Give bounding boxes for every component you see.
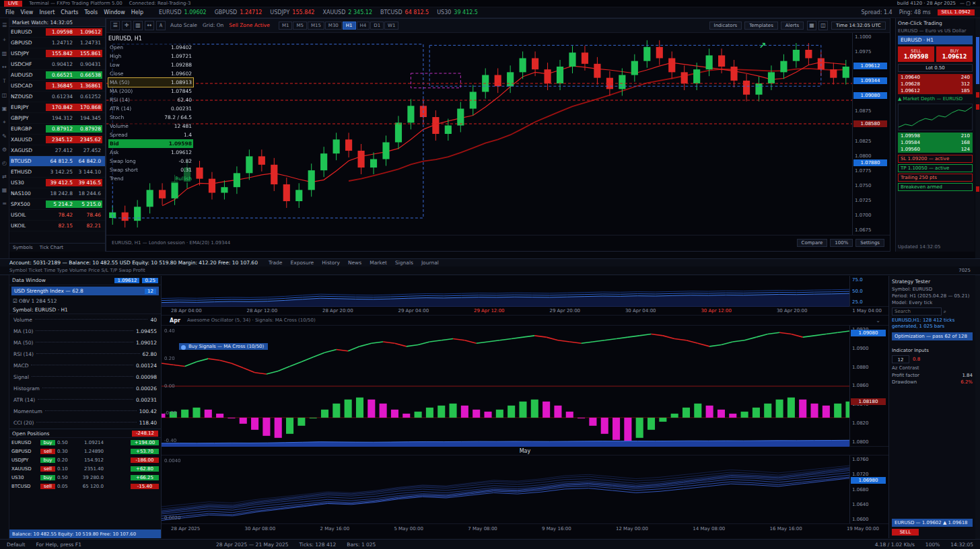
window-controls[interactable]: build 4120 · 28 Apr 2025 — ▢ ✕ [897, 1, 976, 6]
obv-toggle-row[interactable]: ☑ OBV 1 284 512 [9, 297, 161, 305]
tick-sparkline[interactable] [899, 104, 972, 130]
rail-icon[interactable]: ⇄ [2, 174, 7, 180]
ma-ribbon-chart[interactable] [162, 455, 849, 524]
ask-depth-row[interactable]: 1.09628 312 [898, 81, 973, 87]
terminal-tab[interactable]: History [322, 260, 340, 266]
search-icon[interactable]: ⌕ [944, 309, 946, 314]
toolbar-label[interactable]: Grid: On [203, 22, 223, 28]
market-watch-row[interactable]: NAS100 18 242.8 18 244.6 [9, 188, 105, 199]
collapse-chevron-icon[interactable]: ⌄ [876, 318, 880, 324]
rail-icon[interactable]: ≡ [2, 200, 7, 207]
order-alert-row[interactable]: TP 1.10050 — active [898, 164, 973, 172]
terminal-tab[interactable]: News [348, 260, 361, 266]
timeframe-button[interactable]: H4 [357, 22, 370, 30]
toolbar-icon[interactable]: Ａ [156, 21, 166, 30]
chart-action-button[interactable]: Templates [744, 22, 778, 30]
chart-right-icon[interactable]: ▦ [807, 21, 816, 30]
chart-footer-button[interactable]: 100% [830, 239, 853, 247]
rail-icon[interactable]: ▣ [2, 106, 7, 112]
usd-strength-row[interactable]: USD Strength Index — 62.8 12 [11, 287, 159, 295]
market-watch-tab[interactable]: Tick Chart [40, 245, 63, 250]
window-buttons[interactable]: — ▢ ✕ [960, 1, 976, 6]
order-alert-row[interactable]: Trailing 250 pts [898, 174, 973, 182]
market-watch-row[interactable]: SPX500 5 214.2 5 215.0 [9, 199, 105, 210]
chart-right-icon[interactable]: ◫ [818, 21, 828, 30]
ticker-item[interactable]: BTCUSD 64 812.5 [380, 9, 429, 15]
tester-search-input[interactable] [892, 307, 942, 316]
chart-action-button[interactable]: Alerts [781, 22, 804, 30]
scrollbar-thumb[interactable] [976, 37, 979, 84]
timeframe-button[interactable]: M15 [308, 22, 324, 30]
right-scrollbar[interactable] [975, 18, 980, 539]
toolbar-label[interactable]: Auto Scale [170, 22, 197, 28]
oscillator-strip-chart[interactable] [162, 276, 849, 307]
toolbar-icon[interactable]: ↔ [145, 21, 154, 30]
bid-depth-row[interactable]: 1.09584 168 [898, 139, 973, 146]
chart-footer-button[interactable]: Compare [797, 239, 828, 247]
market-watch-row[interactable]: NZDUSD 0.61234 0.61252 [9, 92, 105, 102]
market-watch-row[interactable]: EURUSD 1.09598 1.09612 [9, 27, 105, 38]
terminal-tab[interactable]: Exposure [290, 260, 314, 266]
toolbar-icon[interactable]: ▥ [133, 21, 143, 30]
menu-item[interactable]: File [5, 9, 14, 15]
selected-symbol-row[interactable]: EURUSD · H1 [898, 36, 973, 44]
timeframe-button[interactable]: M5 [293, 22, 307, 30]
menu-item[interactable]: View [20, 9, 33, 15]
market-watch-row[interactable]: EURGBP 0.87912 0.87928 [9, 124, 105, 135]
bid-depth-row[interactable]: 1.09560 124 [898, 146, 973, 153]
toolbar-label[interactable]: Sell Zone Active [229, 22, 270, 28]
rail-icon[interactable]: ◴ [2, 160, 7, 166]
buy-signals-badge[interactable]: Buy Signals — MA Cross (10/50) [179, 343, 268, 350]
sell-button[interactable]: SELL 1.09598 [898, 46, 934, 62]
position-row[interactable]: GBPUSD sell 0.30 1.24890 +53.70 [9, 447, 161, 455]
rail-icon[interactable]: ↔ [2, 64, 7, 70]
market-watch-row[interactable]: AUDUSD 0.66521 0.66538 [9, 70, 105, 81]
ask-depth-row[interactable]: 1.09640 240 [898, 74, 973, 81]
ticker-item[interactable]: GBPUSD 1.24712 [215, 9, 262, 15]
menu-item[interactable]: Window [104, 9, 125, 15]
sell-signal-badge[interactable]: SELL [892, 529, 919, 536]
timeframe-button[interactable]: M30 [325, 22, 342, 30]
position-row[interactable]: BTCUSD sell 0.05 65 120.0 -15.40 [9, 482, 161, 490]
rail-icon[interactable]: Ｔ [2, 77, 7, 85]
ticker-item[interactable]: EURUSD 1.09602 [159, 9, 207, 15]
rail-icon[interactable]: ⚙ [2, 147, 7, 153]
market-watch-row[interactable]: EURJPY 170.842 170.868 [9, 102, 105, 113]
market-watch-row[interactable]: USOIL 78.42 78.46 [9, 210, 105, 221]
ticker-item[interactable]: XAUUSD 2 345.12 [322, 9, 372, 15]
bid-depth-row[interactable]: 1.09598 210 [898, 133, 973, 139]
terminal-tab[interactable]: Trade [269, 260, 283, 266]
market-watch-tab[interactable]: Symbols [13, 245, 33, 250]
candlestick-chart[interactable] [106, 33, 852, 235]
timeframe-button[interactable]: D1 [370, 22, 384, 30]
timeframe-button[interactable]: W1 [384, 22, 398, 30]
rail-icon[interactable]: ▥ [2, 50, 7, 57]
rail-icon[interactable]: ◫ [2, 92, 7, 98]
buy-button[interactable]: BUY 1.09612 [936, 46, 973, 62]
rail-icon[interactable]: ☰ [2, 22, 7, 28]
selected-quote-row[interactable]: EURUSD — 1.09602 ▲ 1.09618 [892, 519, 973, 527]
chart-action-button[interactable]: Indicators [709, 22, 742, 30]
menu-item[interactable]: Charts [61, 9, 78, 15]
position-row[interactable]: USDJPY buy 0.20 154.912 -186.00 [9, 455, 161, 464]
order-alert-row[interactable]: SL 1.09200 — active [898, 155, 973, 163]
terminal-tab[interactable]: Journal [421, 260, 439, 266]
market-watch-row[interactable]: ETHUSD 3 142.25 3 144.10 [9, 167, 105, 178]
price-axis[interactable]: 1.10001.09751.09501.09251.09001.08751.08… [852, 33, 890, 235]
menu-item[interactable]: Tools [84, 9, 98, 15]
market-watch-row[interactable]: BTCUSD 64 812.5 64 842.0 [9, 156, 105, 167]
menu-item[interactable]: Help [131, 9, 143, 15]
market-watch-row[interactable]: USDCAD 1.36845 1.36861 [9, 81, 105, 92]
rail-icon[interactable]: ⌖ [3, 119, 6, 126]
toolbar-icon[interactable]: ✛ [122, 21, 131, 30]
timeframe-button[interactable]: H1 [343, 22, 356, 30]
rail-icon[interactable]: ▦ [2, 187, 7, 193]
chart-footer-button[interactable]: Settings [855, 239, 884, 247]
ask-depth-row[interactable]: 1.09612 185 [898, 87, 973, 94]
position-row[interactable]: XAUUSD sell 0.10 2351.40 +62.80 [9, 464, 161, 473]
terminal-tab[interactable]: Signals [395, 260, 413, 266]
position-row[interactable]: US30 buy 0.50 39 280.0 +66.25 [9, 473, 161, 482]
sell-alert-badge[interactable]: SELL 1.0942 [938, 9, 975, 15]
market-watch-row[interactable]: UKOIL 82.15 82.21 [9, 221, 105, 231]
ticks-generated-link[interactable]: EURUSD,H1: 128 412 ticks generated, 1 02… [892, 318, 973, 330]
